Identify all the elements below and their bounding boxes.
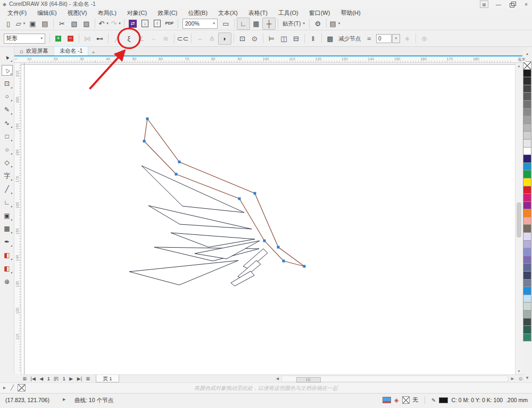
palette-swatch[interactable] bbox=[523, 232, 531, 241]
save-button[interactable]: ▣ bbox=[27, 18, 39, 29]
vertical-ruler[interactable]: 210200190180170160150140130120110 bbox=[14, 63, 21, 374]
horizontal-scroll-track[interactable] bbox=[281, 376, 508, 382]
paste-button[interactable]: ▨ bbox=[80, 18, 93, 29]
palette-swatch[interactable] bbox=[523, 124, 531, 132]
menu-item-3[interactable]: 视图(V) bbox=[62, 9, 93, 17]
last-page-button[interactable]: ▶| bbox=[76, 375, 83, 382]
color-eyedropper-tool[interactable]: ✒ bbox=[2, 236, 13, 247]
zoom-scroll-icon[interactable]: ⊙ bbox=[517, 376, 524, 382]
palette-swatch[interactable] bbox=[523, 263, 531, 272]
palette-swatch[interactable] bbox=[523, 178, 531, 186]
palette-swatch[interactable] bbox=[523, 201, 531, 210]
no-color-swatch[interactable] bbox=[523, 61, 531, 70]
palette-swatch[interactable] bbox=[523, 209, 531, 217]
palette-swatch[interactable] bbox=[523, 279, 531, 288]
polygon-tool[interactable]: ◇ bbox=[2, 157, 13, 168]
palette-scroll-down-button[interactable]: ▾ bbox=[523, 375, 531, 380]
vertical-scrollbar[interactable]: ▴ ▾ bbox=[515, 63, 522, 374]
transparency-tool[interactable]: ▦ bbox=[2, 223, 13, 234]
maximize-restore-button[interactable] bbox=[509, 1, 516, 7]
hscroll-right-button[interactable]: ▶ bbox=[509, 376, 516, 382]
curve-node[interactable] bbox=[238, 198, 241, 200]
extend-curve-close-button[interactable]: ◗ bbox=[218, 32, 231, 45]
previous-page-button[interactable]: ◀ bbox=[38, 375, 45, 382]
menu-item-6[interactable]: 效果(C) bbox=[152, 9, 182, 17]
menu-item-8[interactable]: 文本(X) bbox=[213, 9, 243, 17]
palette-swatch[interactable] bbox=[523, 217, 531, 225]
show-guidelines-button[interactable]: ┼ bbox=[262, 18, 276, 30]
palette-swatch[interactable] bbox=[523, 69, 531, 78]
options-button[interactable]: ⚙ bbox=[312, 18, 324, 29]
reverse-direction-button[interactable]: ⊂⊂ bbox=[177, 33, 189, 44]
convert-to-curve-button[interactable]: ξ bbox=[123, 33, 135, 44]
smoothness-input-value[interactable]: 0 bbox=[376, 34, 392, 43]
break-nodes-button[interactable]: ⊷ bbox=[94, 33, 106, 44]
smoothness-input-stepper[interactable]: + bbox=[392, 34, 400, 43]
preset-combo[interactable]: 矩形▾ bbox=[4, 34, 45, 44]
curve-smoothness-icon[interactable]: ≈ bbox=[363, 33, 375, 44]
scroll-up-button[interactable]: ▴ bbox=[516, 63, 522, 69]
palette-swatch[interactable] bbox=[523, 147, 531, 156]
smart-fill-tool[interactable]: ◧ bbox=[2, 263, 13, 274]
drop-shadow-tool[interactable]: ▣ bbox=[2, 210, 13, 221]
palette-swatch[interactable] bbox=[523, 108, 531, 117]
palette-swatch[interactable] bbox=[523, 170, 531, 178]
drawing-canvas[interactable] bbox=[21, 63, 515, 374]
palette-swatch[interactable] bbox=[523, 116, 531, 124]
shape-tool[interactable]: △ bbox=[2, 65, 13, 76]
copy-button[interactable]: ▧ bbox=[68, 18, 80, 29]
palette-swatch[interactable] bbox=[523, 77, 531, 85]
zoom-level-combo[interactable]: 200%▾ bbox=[182, 19, 218, 29]
palette-scroll-up-button[interactable]: ▴ bbox=[526, 51, 528, 57]
close-button[interactable]: × bbox=[522, 1, 530, 7]
print-button[interactable]: ▤ bbox=[39, 18, 51, 29]
stretch-nodes-button[interactable]: ⊡ bbox=[236, 33, 248, 44]
menu-item-12[interactable]: 帮助(H) bbox=[335, 9, 365, 17]
palette-swatch[interactable] bbox=[523, 100, 531, 109]
reduce-nodes-button[interactable]: 减少节点 bbox=[336, 33, 363, 44]
feather-shape[interactable] bbox=[129, 260, 238, 285]
bezier-tool[interactable]: ∿ bbox=[2, 118, 13, 128]
scroll-down-button[interactable]: ▾ bbox=[516, 368, 522, 374]
chevron-down-icon[interactable]: ▾ bbox=[338, 21, 340, 26]
zoom-tool[interactable]: ○ bbox=[2, 91, 13, 102]
palette-swatch[interactable] bbox=[523, 295, 531, 303]
open-button[interactable]: ▱▾ bbox=[14, 18, 27, 29]
palette-swatch[interactable] bbox=[523, 193, 531, 202]
palette-swatch[interactable] bbox=[523, 92, 531, 101]
curve-node[interactable] bbox=[277, 246, 280, 249]
menu-item-5[interactable]: 对象(C) bbox=[122, 9, 152, 17]
delete-node-button[interactable]: − bbox=[64, 33, 77, 44]
add-node-button[interactable]: + bbox=[52, 33, 64, 44]
palette-swatch[interactable] bbox=[523, 271, 531, 280]
show-grid-button[interactable]: ▦ bbox=[250, 18, 262, 29]
palette-swatch[interactable] bbox=[523, 302, 531, 311]
curve-node[interactable] bbox=[254, 192, 256, 195]
pick-tool[interactable]: ▲ bbox=[2, 52, 13, 62]
show-rulers-button[interactable]: ∟ bbox=[237, 18, 250, 30]
menu-item-9[interactable]: 表格(T) bbox=[243, 9, 273, 17]
new-document-tab-button[interactable]: + bbox=[88, 49, 98, 55]
rectangle-tool[interactable]: □ bbox=[2, 131, 13, 142]
select-all-nodes-button[interactable]: ▩ bbox=[324, 33, 336, 44]
curve-node[interactable] bbox=[303, 265, 306, 268]
launcher-button[interactable]: ▤▾ bbox=[329, 18, 341, 29]
export-button[interactable]: ↑ bbox=[151, 18, 163, 29]
menu-item-2[interactable]: 编辑(E) bbox=[32, 9, 62, 17]
palette-swatch[interactable] bbox=[523, 131, 531, 140]
palette-swatch[interactable] bbox=[523, 333, 531, 342]
palette-swatch[interactable] bbox=[523, 224, 531, 233]
palette-swatch[interactable] bbox=[523, 154, 531, 163]
chevron-down-icon[interactable]: ▾ bbox=[213, 21, 215, 26]
freehand-tool[interactable]: ✎ bbox=[2, 104, 13, 115]
horizontal-scroll-thumb[interactable] bbox=[296, 377, 321, 382]
palette-swatch[interactable] bbox=[523, 85, 531, 93]
titlebar-extra-icon[interactable]: ▦ bbox=[480, 1, 488, 8]
more-tools-button[interactable]: ⊕ bbox=[2, 276, 13, 287]
palette-swatch[interactable] bbox=[523, 240, 531, 249]
crop-tool[interactable]: ⊡ bbox=[2, 78, 13, 89]
next-page-button[interactable]: ▶ bbox=[68, 375, 74, 382]
snap-menu-button[interactable]: 贴齐(T)▾ bbox=[280, 18, 307, 29]
add-page-right-button[interactable]: ⊞ bbox=[85, 375, 92, 382]
tab-untitled-document[interactable]: 未命名 -1 bbox=[54, 46, 89, 55]
